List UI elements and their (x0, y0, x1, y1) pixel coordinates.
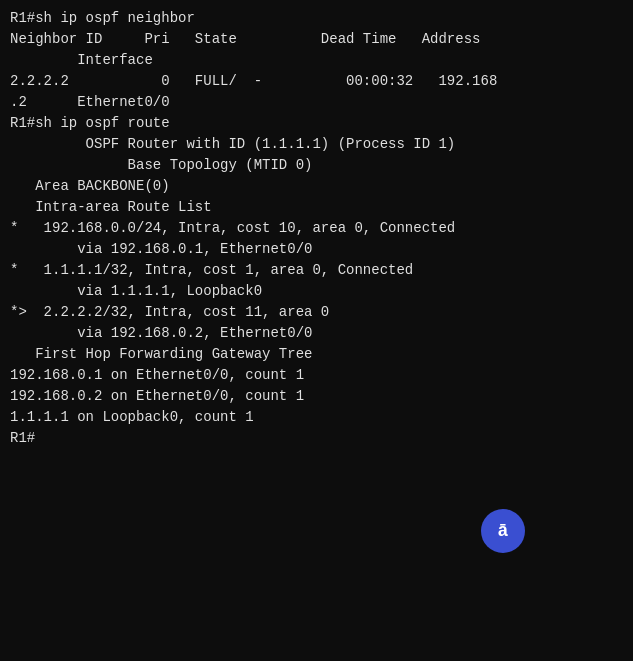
terminal-line: R1# (10, 428, 623, 449)
floating-action-button[interactable]: ā (481, 509, 525, 553)
terminal-line: 192.168.0.2 on Ethernet0/0, count 1 (10, 386, 623, 407)
terminal-line: R1#sh ip ospf route (10, 113, 623, 134)
terminal-line: via 1.1.1.1, Loopback0 (10, 281, 623, 302)
terminal-line: 2.2.2.2 0 FULL/ - 00:00:32 192.168 (10, 71, 623, 92)
terminal-window: R1#sh ip ospf neighborNeighbor ID Pri St… (0, 0, 633, 661)
terminal-line: Interface (10, 50, 623, 71)
terminal-line: R1#sh ip ospf neighbor (10, 8, 623, 29)
terminal-line: .2 Ethernet0/0 (10, 92, 623, 113)
terminal-line: First Hop Forwarding Gateway Tree (10, 344, 623, 365)
terminal-line: *> 2.2.2.2/32, Intra, cost 11, area 0 (10, 302, 623, 323)
terminal-line: via 192.168.0.1, Ethernet0/0 (10, 239, 623, 260)
terminal-line: * 1.1.1.1/32, Intra, cost 1, area 0, Con… (10, 260, 623, 281)
terminal-line: Intra-area Route List (10, 197, 623, 218)
terminal-line: 1.1.1.1 on Loopback0, count 1 (10, 407, 623, 428)
terminal-line: Neighbor ID Pri State Dead Time Address (10, 29, 623, 50)
terminal-line: OSPF Router with ID (1.1.1.1) (Process I… (10, 134, 623, 155)
terminal-output: R1#sh ip ospf neighborNeighbor ID Pri St… (10, 8, 623, 449)
terminal-line: Base Topology (MTID 0) (10, 155, 623, 176)
terminal-line: 192.168.0.1 on Ethernet0/0, count 1 (10, 365, 623, 386)
terminal-line: * 192.168.0.0/24, Intra, cost 10, area 0… (10, 218, 623, 239)
terminal-line: via 192.168.0.2, Ethernet0/0 (10, 323, 623, 344)
terminal-line: Area BACKBONE(0) (10, 176, 623, 197)
